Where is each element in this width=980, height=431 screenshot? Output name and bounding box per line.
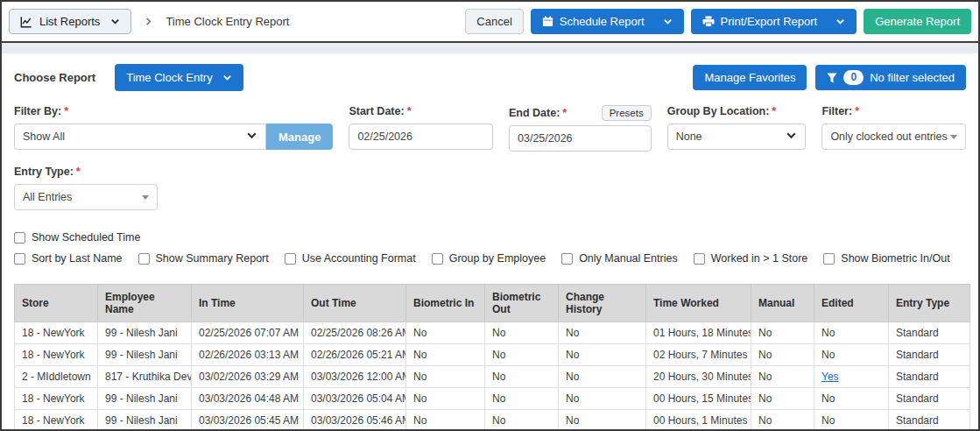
column-header-in-time: In Time: [192, 285, 304, 322]
table-header-row: StoreEmployee NameIn TimeOut TimeBiometr…: [15, 285, 970, 322]
cell-store: 18 - NewYork: [15, 344, 98, 366]
cell-entry_type: Standard: [889, 344, 970, 366]
filter-status-button[interactable]: 0 No filter selected: [815, 65, 966, 90]
start-date-input[interactable]: [349, 124, 493, 150]
cell-change_history: No: [559, 410, 646, 431]
filter-by-value: Show All: [23, 131, 65, 143]
toolbar-divider-strip: [2, 43, 978, 53]
checkbox-label: Group by Employee: [449, 252, 546, 265]
cell-entry_type: Standard: [889, 322, 970, 344]
cell-time_worked: 20 Hours, 30 Minutes: [646, 366, 751, 388]
checkbox-box[interactable]: [694, 253, 705, 265]
cell-store: 18 - NewYork: [15, 322, 98, 344]
column-header-biometric-in: Biometric In: [406, 285, 485, 322]
filter-status-label: No filter selected: [870, 71, 955, 84]
schedule-report-button[interactable]: Schedule Report: [531, 9, 684, 34]
cell-in_time: 02/26/2026 03:13 AM: [192, 344, 304, 366]
cell-time_worked: 00 Hours, 15 Minutes: [646, 388, 751, 410]
list-reports-button[interactable]: List Reports: [9, 9, 131, 34]
start-date-field-group: Start Date: *: [349, 105, 493, 152]
cell-out_time: 03/03/2026 05:04 AM: [304, 388, 406, 410]
entry-type-field-group: Entry Type: * All Entries: [14, 166, 966, 210]
cancel-button[interactable]: Cancel: [465, 9, 523, 34]
cell-in_time: 02/25/2026 07:07 AM: [192, 322, 304, 344]
cell-store: 18 - NewYork: [15, 410, 98, 431]
choose-report-label: Choose Report: [14, 71, 95, 84]
end-date-field-group: End Date: * Presets: [509, 105, 652, 152]
filter-by-label: Filter By:: [14, 105, 61, 117]
table-row: 18 - NewYork99 - Nilesh Jani02/26/2026 0…: [15, 344, 970, 366]
cell-edited: No: [814, 388, 889, 410]
line-chart-icon: [20, 16, 32, 28]
entry-type-select[interactable]: All Entries: [14, 184, 158, 210]
chevron-down-icon: [835, 17, 845, 26]
checkbox-show-biometric-in-out[interactable]: Show Biometric In/Out: [823, 252, 949, 265]
cell-out_time: 02/25/2026 08:26 AM: [304, 322, 406, 344]
breadcrumb-chevron-icon: [144, 17, 153, 26]
cell-employee: 99 - Nilesh Jani: [98, 322, 192, 344]
column-header-biometric-out: Biometric Out: [485, 285, 559, 322]
table-body: 18 - NewYork99 - Nilesh Jani02/25/2026 0…: [15, 322, 970, 431]
required-marker: *: [407, 105, 412, 117]
filter-by-select[interactable]: Show All: [14, 124, 266, 150]
print-export-report-button[interactable]: Print/Export Report: [691, 9, 857, 34]
cell-employee: 99 - Nilesh Jani: [98, 344, 192, 366]
checkbox-label: Worked in > 1 Store: [711, 252, 808, 265]
checkbox-show-summary-report[interactable]: Show Summary Report: [138, 252, 269, 265]
filter-label: Filter:: [821, 105, 852, 117]
manage-favorites-button[interactable]: Manage Favorites: [693, 65, 807, 90]
column-header-manual: Manual: [751, 285, 814, 322]
cell-biometric_in: No: [406, 344, 485, 366]
top-toolbar: List Reports Time Clock Entry Report Can…: [2, 2, 978, 43]
report-type-dropdown[interactable]: Time Clock Entry: [115, 64, 243, 91]
checkbox-worked-in-1-store[interactable]: Worked in > 1 Store: [694, 252, 808, 265]
cell-manual: No: [751, 366, 814, 388]
cell-change_history: No: [559, 366, 646, 388]
manage-filter-button[interactable]: Manage: [266, 124, 333, 150]
entry-type-label: Entry Type:: [14, 166, 74, 178]
presets-button[interactable]: Presets: [602, 105, 652, 121]
checkbox-show-scheduled-time[interactable]: Show Scheduled Time: [14, 231, 140, 244]
group-by-location-value: None: [676, 131, 702, 143]
checkbox-box[interactable]: [14, 253, 25, 265]
column-header-entry-type: Entry Type: [889, 285, 970, 322]
table-row: 2 - MIddletown817 - Kruthika Dev03/02/20…: [15, 366, 970, 388]
filter-select[interactable]: Only clocked out entries: [821, 124, 966, 150]
checkbox-sort-by-last-name[interactable]: Sort by Last Name: [14, 252, 123, 265]
cell-store: 18 - NewYork: [15, 388, 98, 410]
cell-entry_type: Standard: [889, 366, 970, 388]
time-clock-entry-table: StoreEmployee NameIn TimeOut TimeBiometr…: [14, 284, 970, 431]
checkbox-only-manual-entries[interactable]: Only Manual Entries: [561, 252, 678, 265]
cell-change_history: No: [559, 388, 646, 410]
checkbox-box[interactable]: [138, 253, 150, 265]
generate-report-button[interactable]: Generate Report: [864, 9, 971, 34]
checkbox-use-accounting-format[interactable]: Use Accounting Format: [285, 252, 416, 265]
cell-biometric_in: No: [406, 322, 485, 344]
filter-count-badge: 0: [843, 70, 864, 85]
column-header-store: Store: [15, 285, 98, 322]
end-date-input[interactable]: [509, 125, 652, 152]
cell-out_time: 02/26/2026 05:21 AM: [304, 344, 406, 366]
cell-time_worked: 00 Hours, 1 Minutes: [646, 410, 751, 431]
checkbox-box[interactable]: [14, 232, 25, 244]
cell-out_time: 03/03/2026 05:46 AM: [304, 410, 406, 431]
checkbox-box[interactable]: [432, 253, 443, 265]
cell-manual: No: [751, 410, 814, 431]
checkbox-label: Only Manual Entries: [579, 252, 678, 265]
column-header-edited: Edited: [814, 285, 889, 322]
checkbox-box[interactable]: [285, 253, 296, 265]
checkbox-box[interactable]: [561, 253, 573, 265]
cell-manual: No: [751, 322, 814, 344]
cell-edited: No: [814, 344, 889, 366]
filter-by-field-group: Filter By: * Show All Manage: [14, 105, 333, 152]
required-marker: *: [76, 166, 81, 178]
checkbox-box[interactable]: [823, 253, 835, 265]
group-by-location-field-group: Group By Location: * None: [667, 105, 807, 152]
chevron-down-icon: [950, 135, 957, 139]
page-title: Time Clock Entry Report: [166, 15, 289, 28]
checkbox-group-by-employee[interactable]: Group by Employee: [432, 252, 546, 265]
group-by-location-select[interactable]: None: [667, 124, 807, 150]
column-header-change-history: Change History: [559, 285, 646, 322]
funnel-icon: [827, 73, 837, 83]
edited-yes-link[interactable]: Yes: [821, 371, 839, 383]
